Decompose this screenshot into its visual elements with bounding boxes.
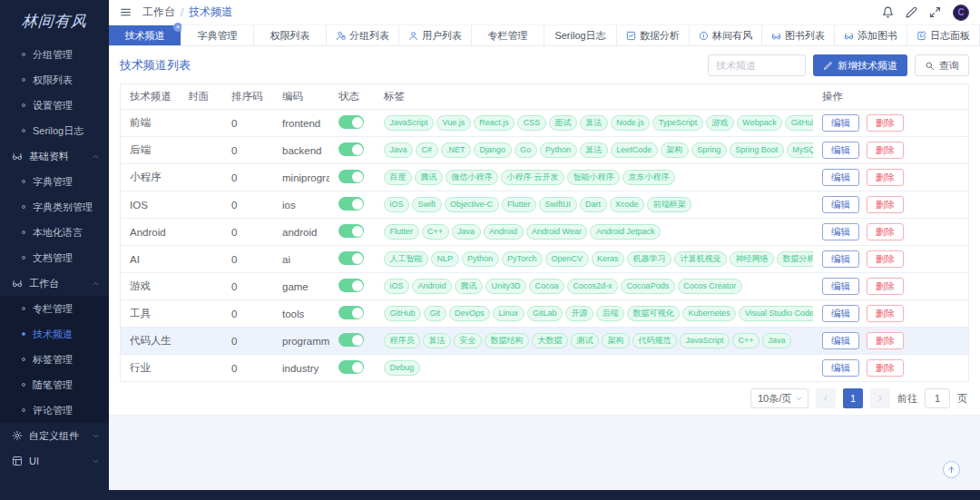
tab[interactable]: 添加图书 [835, 25, 907, 45]
status-toggle[interactable] [338, 251, 364, 265]
delete-button[interactable]: 删除 [867, 250, 904, 268]
status-toggle[interactable] [338, 333, 364, 347]
channel-sort: 0 [222, 118, 273, 129]
tab[interactable]: 专栏管理 [472, 25, 544, 45]
add-channel-button[interactable]: 新增技术频道 [813, 54, 907, 76]
status-toggle[interactable] [338, 142, 364, 156]
breadcrumb-workbench[interactable]: 工作台 [142, 5, 175, 20]
sidebar-item[interactable]: 专栏管理 [0, 296, 109, 321]
status-toggle[interactable] [338, 170, 364, 183]
sidebar-section[interactable]: 自定义组件 [0, 423, 109, 448]
sidebar-item[interactable]: 设置管理 [0, 93, 109, 118]
edit-button[interactable]: 编辑 [822, 196, 859, 213]
status-toggle[interactable] [338, 197, 364, 211]
sidebar-section[interactable]: 工作台 [0, 270, 109, 296]
avatar[interactable]: C [953, 5, 969, 21]
delete-button[interactable]: 删除 [867, 142, 904, 159]
bullet-icon [22, 256, 25, 260]
sidebar-item[interactable]: 评论管理 [0, 397, 109, 423]
delete-button[interactable]: 删除 [867, 278, 904, 295]
brush-icon[interactable] [906, 6, 917, 18]
table-body: 前端0frontendJavaScriptVue.jsReact.jsCSS面试… [121, 110, 968, 382]
tab[interactable]: 分组列表 [327, 25, 399, 45]
prev-page-button[interactable] [816, 388, 836, 408]
tab[interactable]: 用户列表 [399, 25, 472, 45]
sidebar-section[interactable]: UI [0, 448, 109, 474]
sidebar-item[interactable]: Serilog日志 [0, 118, 109, 143]
channel-tags: JavaScriptVue.jsReact.jsCSS面试算法Node.jsTy… [375, 115, 813, 130]
delete-button[interactable]: 删除 [867, 305, 904, 322]
search-input[interactable] [708, 54, 806, 76]
content: 技术频道列表 新增技术频道 查询 技术频道封面排序码编码状态标签操作 前端0fr… [109, 47, 980, 490]
channel-code: backend [273, 145, 329, 156]
channel-status [329, 279, 375, 294]
breadcrumb-current[interactable]: 技术频道 [189, 5, 232, 20]
column-header: 技术频道 [121, 90, 179, 103]
tag-badge: C# [416, 142, 438, 157]
delete-button[interactable]: 删除 [867, 359, 904, 377]
delete-button[interactable]: 删除 [867, 196, 904, 213]
tag-badge: Java [384, 142, 413, 157]
channel-sort: 0 [222, 200, 273, 211]
status-toggle[interactable] [338, 224, 364, 238]
delete-button[interactable]: 删除 [867, 114, 904, 132]
edit-button[interactable]: 编辑 [822, 332, 859, 349]
sidebar-item[interactable]: 分组管理 [0, 42, 109, 67]
book-icon [844, 31, 854, 41]
sidebar-section[interactable]: 基础资料 [0, 143, 109, 169]
column-header: 排序码 [222, 90, 273, 103]
tag-badge: 面试 [549, 115, 577, 130]
edit-button[interactable]: 编辑 [822, 169, 859, 186]
sidebar-item[interactable]: 本地化语言 [0, 220, 109, 245]
channel-name: 前端 [121, 116, 179, 130]
edit-button[interactable]: 编辑 [822, 359, 859, 377]
tab[interactable]: 林间有风 [690, 25, 762, 45]
sidebar-item[interactable]: 技术频道 [0, 321, 109, 347]
tag-badge: Python [540, 142, 577, 157]
sidebar-item[interactable]: 字典类别管理 [0, 194, 109, 220]
edit-button[interactable]: 编辑 [822, 142, 859, 159]
status-toggle[interactable] [338, 306, 364, 319]
edit-button[interactable]: 编辑 [822, 250, 859, 268]
breadcrumb: 工作台 / 技术频道 [142, 5, 232, 20]
delete-button[interactable]: 删除 [867, 169, 904, 186]
tag-badge: PyTorch [502, 251, 544, 266]
tag-badge: 小程序·云开发 [501, 170, 564, 184]
sidebar-item[interactable]: 文档管理 [0, 245, 109, 270]
hamburger-icon[interactable] [120, 6, 132, 18]
bullet-icon [22, 307, 25, 310]
tab[interactable]: 权限列表 [254, 25, 327, 45]
toolbar: 技术频道列表 新增技术频道 查询 [109, 47, 980, 83]
status-toggle[interactable] [338, 115, 364, 129]
sidebar-item-label: 文档管理 [33, 251, 73, 265]
bullet-icon [22, 205, 25, 209]
page-number-button[interactable]: 1 [843, 388, 863, 408]
scroll-top-button[interactable] [943, 461, 960, 478]
sidebar-item[interactable]: 权限列表 [0, 67, 109, 93]
edit-button[interactable]: 编辑 [822, 305, 859, 322]
page-size-select[interactable]: 10条/页 [750, 388, 808, 408]
sidebar-item[interactable]: 字典管理 [0, 169, 109, 194]
tab[interactable]: 字典管理 [181, 25, 254, 45]
delete-button[interactable]: 删除 [867, 223, 904, 240]
sidebar-item[interactable]: 标签管理 [0, 347, 109, 372]
edit-button[interactable]: 编辑 [822, 223, 859, 240]
sidebar-item[interactable]: 随笔管理 [0, 372, 109, 397]
tab[interactable]: 图书列表 [762, 25, 835, 45]
status-toggle[interactable] [338, 279, 364, 292]
fullscreen-icon[interactable] [929, 6, 941, 18]
goto-page-input[interactable] [925, 388, 950, 408]
edit-button[interactable]: 编辑 [822, 278, 859, 295]
tab-label: 用户列表 [422, 29, 462, 43]
tab[interactable]: 日志面板 [907, 25, 980, 45]
tab[interactable]: 技术频道× [109, 25, 181, 45]
query-button[interactable]: 查询 [915, 54, 969, 76]
delete-button[interactable]: 删除 [867, 332, 904, 349]
edit-button[interactable]: 编辑 [822, 114, 859, 132]
tab[interactable]: Serilog日志 [544, 25, 617, 45]
status-toggle[interactable] [338, 360, 364, 374]
bell-icon[interactable] [882, 6, 894, 18]
tab[interactable]: 数据分析 [617, 25, 690, 45]
tab-label: 日志面板 [930, 29, 970, 43]
next-page-button[interactable] [870, 388, 890, 408]
